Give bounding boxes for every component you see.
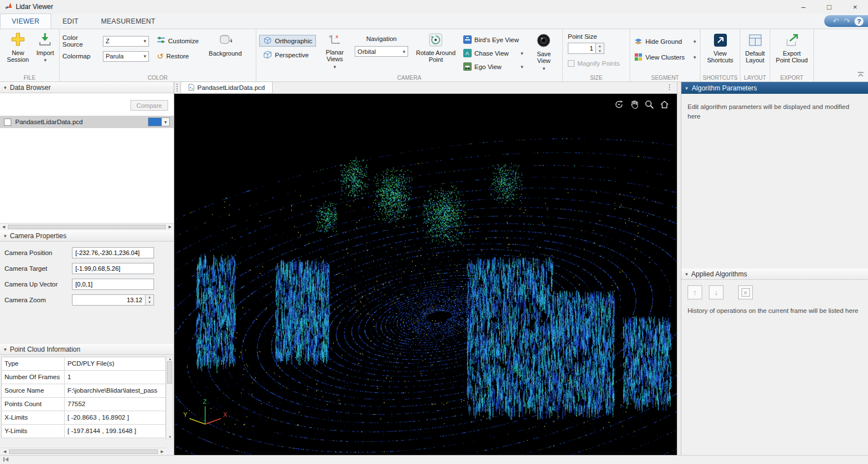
data-browser-header[interactable]: ▾ Data Browser [0,82,174,93]
perspective-button[interactable]: Perspective [259,49,316,61]
tab-measurement[interactable]: MEASUREMENT [90,13,167,29]
scroll-thumb[interactable] [9,449,158,454]
move-up-button[interactable]: ↑ [688,285,702,299]
default-layout-button[interactable]: Default Layout [741,31,769,65]
chevron-down-icon: ▾ [403,49,406,54]
viewport[interactable]: Z Y X [174,94,677,455]
applied-algorithms-body: ↑ ↓ × History of operations on the curre… [681,280,868,320]
point-cloud-list-item[interactable]: PandasetLidarData.pcd ▾ [0,116,174,128]
planar-views-button[interactable]: Yx Planar Views ▾ [320,31,349,71]
tab-options-icon[interactable]: ⋮ [666,83,672,91]
data-browser-panel: ▾ Data Browser Compare PandasetLidarData… [0,82,174,230]
data-browser-hscrollbar[interactable]: ◀ ▶ [0,223,174,230]
pan-hand-icon[interactable] [629,99,640,110]
tab-viewer[interactable]: VIEWER [0,13,51,29]
point-cloud-canvas[interactable] [174,94,677,454]
ego-view-button[interactable]: Ego View ▾ [462,61,525,73]
file-checkbox[interactable] [4,119,11,126]
document-tab[interactable]: PandasetLidarData.pcd [180,81,273,93]
camera-position-input[interactable] [72,247,154,258]
redo-icon[interactable]: ↷ [842,17,852,25]
left-panel: ▾ Data Browser Compare PandasetLidarData… [0,82,174,455]
compare-button[interactable]: Compare [130,100,168,111]
orthographic-button[interactable]: Orthographic [259,35,316,47]
point-size-stepper[interactable]: ▲ ▼ [596,43,604,54]
planar-views-dropdown-icon[interactable]: ▾ [333,64,336,70]
hide-ground-button[interactable]: Hide Ground ▾ [633,35,697,48]
panel-grip-icon[interactable] [177,84,179,92]
scroll-right-icon[interactable]: ▶ [166,225,174,229]
navigation-label: Navigation [366,35,396,42]
view-clusters-button[interactable]: View Clusters ▾ [633,51,697,63]
tab-edit[interactable]: EDIT [51,13,90,29]
customize-button[interactable]: Customize [155,35,201,47]
history-placeholder: History of operations on the current fra… [688,307,858,314]
save-view-button[interactable]: Save View ▾ [528,31,559,72]
zoom-icon[interactable] [644,99,655,110]
import-button[interactable]: Import ▾ [34,31,56,65]
point-cloud-info-panel: ▾ Point Cloud Information TypePCD/PLY Fi… [0,344,174,455]
rotate-around-point-icon [429,33,442,48]
help-icon[interactable]: ? [855,17,864,26]
navigation-dropdown[interactable]: Orbital ▾ [355,46,408,57]
maximize-button[interactable]: □ [816,0,842,13]
svg-text:x: x [336,34,338,39]
perspective-icon [263,50,272,60]
camera-zoom-stepper[interactable]: ▲ ▼ [146,294,154,306]
camera-properties-header[interactable]: ▾ Camera Properties [0,230,174,242]
minimize-button[interactable]: – [790,0,816,13]
export-point-cloud-button[interactable]: Export Point Cloud [773,31,811,65]
point-size-label: Point Size [568,33,620,40]
algorithm-parameters-header[interactable]: ▾ Algorithm Parameters [681,82,868,94]
undo-icon[interactable]: ↶ [831,17,840,25]
right-panel: ▾ Algorithm Parameters Edit algorithm pa… [681,82,868,455]
restore-icon: ↺ [157,52,164,61]
point-cloud-info-header[interactable]: ▾ Point Cloud Information [0,344,174,355]
view-clusters-dropdown-icon[interactable]: ▾ [693,54,696,60]
camera-target-input[interactable] [72,263,154,274]
chase-view-button[interactable]: A Chase View ▾ [462,47,525,60]
table-vscrollbar[interactable]: ▲ ▼ [166,357,173,439]
ribbon: New Session Import ▾ FILE Color Source Z… [0,29,868,82]
remove-algorithm-button[interactable]: × [738,285,753,299]
restore-button[interactable]: ↺ Restore [155,50,201,62]
import-dropdown-icon[interactable]: ▾ [44,57,47,63]
save-view-dropdown-icon[interactable]: ▾ [542,66,545,71]
applied-algorithms-header[interactable]: ▾ Applied Algorithms [681,269,868,280]
chase-view-dropdown-icon[interactable]: ▾ [521,51,523,56]
scroll-thumb[interactable] [8,225,166,229]
move-down-button[interactable]: ↓ [709,285,724,299]
orbit-icon[interactable] [613,99,625,110]
point-cloud-info-table: TypePCD/PLY File(s) Number Of Frames1 So… [1,357,166,438]
rotate-around-point-button[interactable]: Rotate Around Point [414,31,458,65]
document-tab-bar: PandasetLidarData.pcd ⋮ [174,82,677,94]
birds-eye-view-button[interactable]: Bird's Eye View [462,34,525,46]
scroll-up-icon[interactable]: ▲ [166,357,174,361]
camera-up-vector-input[interactable] [72,279,154,290]
close-button[interactable]: × [842,0,868,13]
colormap-dropdown[interactable]: Parula ▾ [103,51,149,62]
color-source-dropdown[interactable]: Z ▾ [103,36,149,47]
ego-view-dropdown-icon[interactable]: ▾ [521,64,523,70]
import-icon [38,32,52,48]
camera-zoom-input[interactable] [72,294,146,306]
scroll-thumb[interactable] [167,361,172,384]
frame-start-icon[interactable] [3,456,10,464]
collapse-ribbon-icon[interactable] [857,71,864,79]
new-session-button[interactable]: New Session [3,31,33,65]
magnify-points-checkbox[interactable]: Magnify Points [568,60,620,67]
home-icon[interactable] [659,99,670,110]
background-button[interactable]: Background [206,32,244,58]
scroll-left-icon[interactable]: ◀ [1,449,8,454]
scroll-down-icon[interactable]: ▼ [166,435,174,439]
view-shortcuts-button[interactable]: View Shortcuts [703,31,737,65]
scroll-right-icon[interactable]: ▶ [159,449,166,454]
scroll-left-icon[interactable]: ◀ [0,225,7,229]
panel-splitter[interactable] [677,82,681,455]
color-swatch-button[interactable]: ▾ [148,117,170,126]
axis-y-label: Y [183,411,188,418]
left-panel-hscrollbar[interactable]: ◀ ▶ [1,448,166,455]
hide-ground-dropdown-icon[interactable]: ▾ [693,39,696,44]
point-size-input[interactable] [568,43,596,54]
collapse-icon: ▾ [685,271,688,277]
